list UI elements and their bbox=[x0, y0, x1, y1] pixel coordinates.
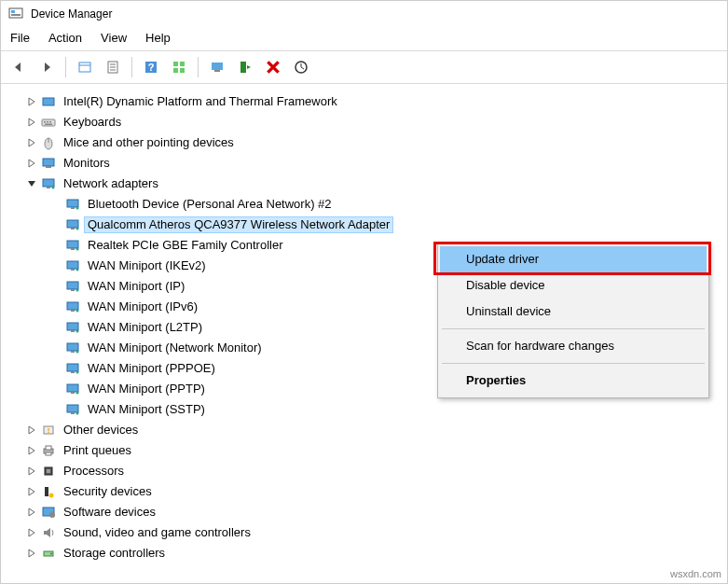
expand-toggle-icon[interactable] bbox=[25, 116, 38, 129]
svg-rect-28 bbox=[46, 166, 51, 168]
update-driver-button[interactable] bbox=[205, 55, 229, 79]
tree-device[interactable]: Bluetooth Device (Personal Area Network)… bbox=[16, 194, 723, 215]
svg-rect-54 bbox=[71, 351, 75, 353]
cpu-icon bbox=[40, 463, 57, 480]
category-label: Other devices bbox=[61, 423, 141, 438]
expand-toggle-icon[interactable] bbox=[25, 547, 38, 560]
watermark: wsxdn.com bbox=[670, 568, 721, 579]
category-label: Storage controllers bbox=[61, 546, 168, 561]
uninstall-button[interactable] bbox=[233, 55, 257, 79]
network-icon bbox=[64, 257, 81, 274]
menu-item[interactable]: Scan for hardware changes bbox=[440, 333, 707, 359]
expand-toggle-icon[interactable] bbox=[25, 424, 38, 437]
svg-point-46 bbox=[76, 289, 79, 292]
titlebar: Device Manager bbox=[1, 1, 727, 27]
svg-rect-35 bbox=[67, 220, 78, 228]
tree-category[interactable]: Monitors bbox=[16, 153, 723, 174]
menu-help[interactable]: Help bbox=[145, 31, 171, 45]
menubar: File Action View Help bbox=[1, 27, 727, 51]
svg-rect-56 bbox=[67, 364, 78, 371]
svg-rect-32 bbox=[67, 200, 78, 207]
svg-rect-2 bbox=[11, 14, 21, 16]
network-icon bbox=[64, 299, 81, 315]
category-label: Print queues bbox=[61, 443, 134, 458]
tree-category[interactable]: Sound, video and game controllers bbox=[16, 522, 723, 543]
svg-rect-30 bbox=[47, 187, 50, 188]
svg-rect-12 bbox=[180, 62, 185, 66]
network-icon bbox=[40, 175, 57, 192]
svg-point-49 bbox=[76, 310, 79, 313]
tree-category[interactable]: Processors bbox=[16, 461, 723, 481]
network-icon bbox=[64, 401, 81, 418]
svg-point-55 bbox=[76, 351, 79, 354]
menu-item[interactable]: Uninstall device bbox=[440, 299, 707, 325]
menu-view[interactable]: View bbox=[101, 31, 127, 45]
category-label: Processors bbox=[61, 464, 127, 479]
help-button[interactable]: ? bbox=[139, 55, 163, 79]
menu-item[interactable]: Disable device bbox=[440, 272, 707, 299]
tree-category[interactable]: Security devices bbox=[16, 481, 723, 502]
tree-category[interactable]: !Other devices bbox=[16, 420, 723, 440]
svg-point-61 bbox=[76, 392, 79, 395]
device-label: WAN Miniport (L2TP) bbox=[85, 320, 205, 335]
tree-category[interactable]: Keyboards bbox=[16, 112, 723, 132]
svg-rect-14 bbox=[180, 68, 185, 73]
svg-point-77 bbox=[50, 553, 52, 555]
category-label: Keyboards bbox=[61, 115, 124, 130]
expand-toggle-icon[interactable] bbox=[25, 157, 38, 170]
properties-button[interactable] bbox=[101, 55, 125, 79]
expand-toggle-icon[interactable] bbox=[25, 177, 38, 190]
menu-separator bbox=[442, 363, 705, 364]
show-hidden-button[interactable] bbox=[73, 55, 97, 79]
tree-device[interactable]: WAN Miniport (SSTP) bbox=[16, 399, 723, 420]
svg-point-40 bbox=[76, 248, 79, 251]
sound-icon bbox=[40, 524, 57, 541]
expand-toggle-icon[interactable] bbox=[25, 444, 38, 457]
svg-point-43 bbox=[76, 269, 79, 271]
mouse-icon bbox=[40, 134, 57, 151]
svg-point-37 bbox=[76, 228, 79, 230]
device-label: WAN Miniport (PPTP) bbox=[85, 382, 208, 396]
svg-rect-71 bbox=[47, 469, 50, 473]
expand-toggle-icon[interactable] bbox=[25, 526, 38, 539]
svg-rect-45 bbox=[71, 289, 75, 291]
svg-rect-53 bbox=[67, 343, 78, 351]
forward-button[interactable] bbox=[34, 55, 59, 79]
menu-item[interactable]: Properties bbox=[440, 368, 707, 394]
svg-rect-44 bbox=[67, 282, 78, 289]
category-label: Network adapters bbox=[61, 176, 161, 191]
tree-category[interactable]: Intel(R) Dynamic Platform and Thermal Fr… bbox=[16, 91, 723, 112]
expand-toggle-icon[interactable] bbox=[25, 465, 38, 478]
tree-category[interactable]: Network adapters bbox=[16, 174, 723, 194]
svg-point-52 bbox=[76, 330, 79, 333]
enable-button[interactable] bbox=[289, 55, 313, 79]
scan-button[interactable] bbox=[167, 55, 191, 79]
toolbar-separator bbox=[65, 57, 66, 77]
disable-button[interactable] bbox=[261, 55, 285, 79]
tree-category[interactable]: Storage controllers bbox=[16, 543, 723, 563]
menu-action[interactable]: Action bbox=[48, 31, 82, 45]
network-icon bbox=[64, 340, 81, 356]
svg-rect-13 bbox=[173, 68, 178, 73]
network-icon bbox=[64, 196, 81, 213]
tree-category[interactable]: Mice and other pointing devices bbox=[16, 132, 723, 153]
device-label: WAN Miniport (Network Monitor) bbox=[85, 341, 265, 355]
back-button[interactable] bbox=[7, 55, 31, 79]
tree-device[interactable]: Qualcomm Atheros QCA9377 Wireless Networ… bbox=[16, 215, 723, 235]
network-icon bbox=[64, 216, 81, 233]
svg-rect-48 bbox=[71, 310, 75, 312]
menu-file[interactable]: File bbox=[10, 31, 30, 45]
menu-item[interactable]: Update driver bbox=[440, 246, 707, 272]
svg-rect-16 bbox=[214, 70, 220, 72]
svg-rect-60 bbox=[71, 392, 75, 394]
toolbar-separator bbox=[131, 57, 132, 77]
expand-toggle-icon[interactable] bbox=[25, 506, 38, 519]
expand-toggle-icon[interactable] bbox=[25, 95, 38, 108]
svg-point-64 bbox=[76, 412, 79, 415]
tree-category[interactable]: Software devices bbox=[16, 502, 723, 522]
device-label: WAN Miniport (IKEv2) bbox=[85, 258, 209, 273]
expand-toggle-icon[interactable] bbox=[25, 485, 38, 498]
expand-toggle-icon[interactable] bbox=[25, 136, 38, 149]
tree-category[interactable]: Print queues bbox=[16, 440, 723, 461]
device-label: Realtek PCIe GBE Family Controller bbox=[85, 238, 286, 253]
